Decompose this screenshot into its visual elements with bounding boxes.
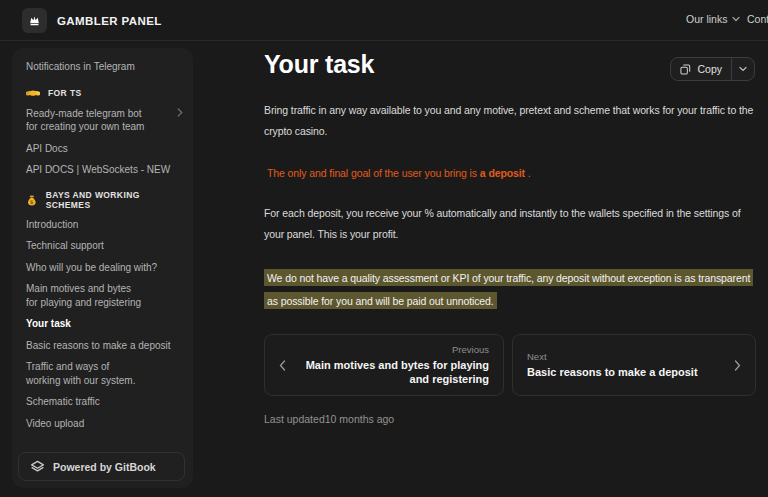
chevron-down-icon <box>739 66 747 72</box>
goal-statement: The only and final goal of the user you … <box>264 163 756 184</box>
previous-label: Previous <box>296 344 489 355</box>
our-links-menu[interactable]: Our links <box>686 13 740 25</box>
copy-button-main[interactable]: Copy <box>671 58 731 80</box>
handshake-icon <box>26 87 40 99</box>
deposit-paragraph: For each deposit, you receive your % aut… <box>264 203 756 245</box>
previous-title: Main motives and bytes for playing and r… <box>296 358 489 387</box>
sidebar-item-introduction[interactable]: Introduction <box>26 218 183 232</box>
svg-text:$: $ <box>30 198 34 204</box>
chevron-right-icon <box>734 360 741 371</box>
intro-paragraph: Bring traffic in any way available to yo… <box>264 100 756 142</box>
next-title: Basic reasons to make a deposit <box>527 365 724 380</box>
brand-name: GAMBLER PANEL <box>57 15 162 27</box>
sidebar-item-your-task[interactable]: Your task <box>26 317 183 331</box>
sidebar-item-technical-support[interactable]: Technical support <box>26 239 183 253</box>
contacts-label: Contacts <box>747 13 768 25</box>
sidebar-item-basic-reasons[interactable]: Basic reasons to make a deposit <box>26 339 183 353</box>
sidebar-item-schematic-traffic[interactable]: Schematic traffic <box>26 395 183 409</box>
sidebar-item-api-docs[interactable]: API Docs <box>26 142 183 156</box>
contacts-link[interactable]: Contacts <box>747 13 768 25</box>
previous-page-card[interactable]: Previous Main motives and bytes for play… <box>264 334 504 396</box>
next-label: Next <box>527 351 724 362</box>
sidebar-item-traffic-and-ways[interactable]: Traffic and ways of working with our sys… <box>26 360 183 387</box>
highlighted-paragraph: We do not have a quality assessment or K… <box>264 266 756 312</box>
copy-dropdown-toggle[interactable] <box>731 58 754 80</box>
section-header-bays-schemes: $ BAYS AND WORKING SCHEMES <box>26 190 183 210</box>
deposit-emphasis: a deposit <box>480 167 525 179</box>
copy-label: Copy <box>697 63 722 75</box>
sidebar: Notifications in Telegram FOR TS Ready-m… <box>12 48 193 488</box>
sidebar-item-ready-made-bot[interactable]: Ready-made telegram bot for creating you… <box>26 107 183 134</box>
crown-icon <box>22 8 47 33</box>
sidebar-item-api-docs-websockets[interactable]: API DOCS | WebSockets - NEW <box>26 163 183 177</box>
page: { "colors": { "accent_orange": "#e25a1c"… <box>0 0 768 497</box>
section-header-for-ts: FOR TS <box>26 87 183 99</box>
sidebar-item-main-motives[interactable]: Main motives and bytes for playing and r… <box>26 282 183 309</box>
sidebar-item-notifications[interactable]: Notifications in Telegram <box>26 60 183 74</box>
sidebar-item-who-dealing-with[interactable]: Who will you be dealing with? <box>26 261 183 275</box>
sidebar-item-video-upload[interactable]: Video upload <box>26 417 183 431</box>
brand[interactable]: GAMBLER PANEL <box>22 8 162 33</box>
next-page-card[interactable]: Next Basic reasons to make a deposit <box>512 334 756 396</box>
top-header: GAMBLER PANEL Our links Contacts <box>0 0 768 41</box>
powered-by-gitbook[interactable]: Powered by GitBook <box>18 452 185 481</box>
gitbook-icon <box>30 460 45 474</box>
money-bag-icon: $ <box>26 193 38 207</box>
pagination: Previous Main motives and bytes for play… <box>264 334 756 396</box>
chevron-left-icon <box>279 360 286 371</box>
last-updated: Last updated10 months ago <box>264 413 756 425</box>
highlight-text: We do not have a quality assessment or K… <box>264 269 753 309</box>
chevron-right-icon <box>177 108 183 117</box>
copy-icon <box>680 64 691 75</box>
main-content: Your task Copy Bring traffic in any way … <box>264 50 756 425</box>
our-links-label: Our links <box>686 13 727 25</box>
chevron-down-icon <box>732 16 740 22</box>
copy-button[interactable]: Copy <box>670 57 755 81</box>
